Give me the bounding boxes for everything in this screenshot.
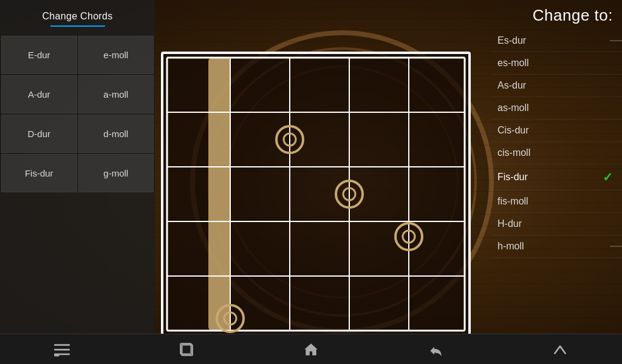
chord-list: Es-dur es-moll As-dur as-moll Cis-dur ci…	[491, 30, 622, 340]
chord-list-label: As-dur	[497, 80, 526, 91]
chord-list-cis-dur[interactable]: Cis-dur	[491, 120, 622, 142]
chord-a-dur[interactable]: A-dur	[1, 75, 77, 113]
chord-list-es-dur[interactable]: Es-dur	[491, 30, 622, 52]
layers-button[interactable]	[171, 337, 202, 362]
home-button[interactable]	[296, 337, 326, 362]
chord-list-es-moll[interactable]: es-moll	[491, 52, 622, 75]
side-tick	[610, 40, 622, 41]
fretboard-svg	[161, 52, 471, 337]
chord-list-cis-moll[interactable]: cis-moll	[491, 142, 622, 164]
left-panel: Change Chords E-dur e-moll A-dur a-moll …	[0, 0, 155, 340]
chord-list-label: cis-moll	[497, 147, 530, 158]
chord-grid: E-dur e-moll A-dur a-moll D-dur d-moll F…	[0, 36, 155, 192]
chord-g-moll[interactable]: g-moll	[78, 154, 154, 192]
up-button[interactable]	[545, 337, 575, 362]
svg-rect-0	[161, 52, 471, 337]
chord-list-fis-moll[interactable]: fis-moll	[491, 190, 622, 213]
chord-d-moll[interactable]: d-moll	[78, 115, 154, 153]
change-to-header: Change to:	[491, 0, 622, 30]
chord-list-label: es-moll	[497, 58, 529, 69]
back-button[interactable]	[420, 337, 451, 362]
chord-list-h-dur[interactable]: H-dur	[491, 213, 622, 235]
panel-title: Change Chords	[43, 11, 113, 22]
chord-list-as-moll[interactable]: as-moll	[491, 97, 622, 120]
chord-fis-dur[interactable]: Fis-dur	[1, 154, 77, 192]
nav-bar	[0, 334, 622, 364]
svg-rect-2	[208, 58, 230, 331]
chord-list-label: Es-dur	[497, 35, 526, 46]
menu-button[interactable]	[47, 337, 77, 362]
panel-title-underline	[50, 25, 105, 27]
chord-list-label: fis-moll	[497, 196, 528, 207]
right-panel: Change to: Es-dur es-moll As-dur as-moll…	[491, 0, 622, 340]
svg-rect-24	[54, 348, 70, 350]
chord-list-fis-dur[interactable]: Fis-dur ✓	[491, 164, 622, 190]
chord-list-h-moll[interactable]: h-moll	[491, 235, 622, 258]
chord-list-label: Fis-dur	[497, 172, 528, 183]
chord-list-as-dur[interactable]: As-dur	[491, 75, 622, 97]
chord-a-moll[interactable]: a-moll	[78, 75, 154, 113]
svg-rect-26	[54, 354, 60, 356]
chord-list-label: Cis-dur	[497, 125, 529, 136]
chord-e-moll[interactable]: e-moll	[78, 36, 154, 74]
chord-e-dur[interactable]: E-dur	[1, 36, 77, 74]
chord-d-dur[interactable]: D-dur	[1, 115, 77, 153]
svg-rect-23	[54, 344, 70, 346]
side-tick	[610, 246, 622, 247]
fretboard-container	[161, 52, 471, 337]
chord-list-label: H-dur	[497, 218, 522, 229]
chord-list-label: as-moll	[497, 103, 529, 113]
check-mark-icon: ✓	[603, 170, 613, 184]
chord-list-label: h-moll	[497, 241, 524, 252]
